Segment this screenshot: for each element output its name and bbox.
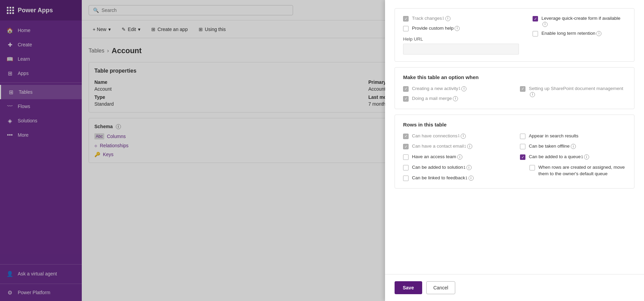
linked-feedback-info[interactable]: i [469, 176, 474, 181]
rows-right-col: Appear in search results Can be taken of… [520, 133, 626, 181]
connections-row: Can have connections 1 i [403, 133, 509, 139]
leverage-quick-create-row: Leverage quick-create form if available … [533, 15, 626, 27]
top-checks-grid: Track changes 1 i Provide cu [403, 15, 626, 55]
added-solution-checkbox[interactable] [403, 165, 409, 170]
appear-search-label: Appear in search results [529, 133, 579, 139]
appear-search-checkbox[interactable] [520, 134, 525, 139]
track-changes-info[interactable]: i [445, 16, 450, 21]
activity-section-title: Make this table an option when [403, 74, 626, 80]
panel: Track changes 1 i Provide cu [385, 0, 644, 301]
enable-long-term-label-wrap: Enable long term retention i [541, 30, 601, 37]
setting-up-sharepoint-label: Setting up SharePoint document managemen… [529, 86, 626, 97]
top-left-col: Track changes 1 i Provide cu [403, 15, 519, 55]
taken-offline-checkbox[interactable] [520, 144, 525, 149]
added-queue-info[interactable]: i [584, 154, 589, 160]
creating-activity-info[interactable]: i [461, 86, 466, 91]
doing-mail-merge-label: Doing a mail merge i [412, 95, 458, 102]
help-url-group: Help URL [403, 36, 519, 55]
track-changes-checkbox[interactable] [403, 16, 409, 21]
taken-offline-row: Can be taken offline i [520, 143, 626, 150]
rows-check-grid: Can have connections 1 i Can have a cont… [403, 133, 626, 181]
doing-mail-merge-row: Doing a mail merge i [403, 95, 509, 102]
creating-new-activity-label: Creating a new activity 1 i [412, 86, 466, 92]
panel-content: Track changes 1 i Provide cu [385, 0, 644, 274]
top-right-col: Leverage quick-create form if available … [533, 15, 626, 55]
added-solution-label: Can be added to solution 1 i [412, 164, 472, 171]
activity-right: Setting up SharePoint document managemen… [520, 86, 626, 102]
contact-email-info[interactable]: i [467, 144, 472, 149]
track-changes-label: Track changes 1 i [412, 15, 450, 22]
owner-default-queue-row: When rows are created or assigned, move … [530, 164, 626, 177]
added-queue-checkbox[interactable] [520, 154, 525, 160]
added-solution-row: Can be added to solution 1 i [403, 164, 509, 171]
contact-email-label: Can have a contact email 1 i [412, 143, 472, 150]
linked-feedback-row: Can be linked to feedback 1 i [403, 175, 509, 181]
provide-custom-help-info[interactable]: i [455, 26, 460, 31]
rows-left-col: Can have connections 1 i Can have a cont… [403, 133, 509, 181]
rows-section: Rows in this table Can have connections … [395, 115, 634, 189]
enable-long-term-info[interactable]: i [596, 31, 601, 36]
leverage-quick-create-checkbox[interactable] [533, 16, 538, 21]
panel-overlay: Track changes 1 i Provide cu [0, 0, 644, 301]
access-team-row: Have an access team i [403, 154, 509, 160]
activity-left: Creating a new activity 1 i Doing a mail… [403, 86, 509, 102]
save-button[interactable]: Save [395, 281, 422, 294]
provide-custom-help-checkbox[interactable] [403, 26, 409, 31]
added-queue-label: Can be added to a queue 1 i [529, 154, 589, 160]
activity-section: Make this table an option when Creating … [395, 67, 634, 109]
connections-label: Can have connections 1 i [412, 133, 466, 139]
track-changes-label-wrap: Track changes 1 i [412, 15, 450, 22]
setting-up-sharepoint-checkbox[interactable] [520, 86, 525, 92]
help-url-input[interactable] [403, 44, 519, 55]
activity-check-grid: Creating a new activity 1 i Doing a mail… [403, 86, 626, 102]
doing-mail-merge-checkbox[interactable] [403, 96, 409, 102]
appear-search-row: Appear in search results [520, 133, 626, 139]
access-team-label: Have an access team i [412, 154, 462, 160]
connections-checkbox[interactable] [403, 134, 409, 139]
leverage-quick-create-label-wrap: Leverage quick-create form if available … [541, 15, 626, 27]
creating-new-activity-checkbox[interactable] [403, 86, 409, 92]
enable-long-term-row: Enable long term retention i [533, 30, 626, 37]
contact-email-checkbox[interactable] [403, 144, 409, 149]
provide-custom-help-label-wrap: Provide custom help i [412, 25, 460, 32]
leverage-quick-create-label: Leverage quick-create form if available … [541, 15, 626, 27]
mail-merge-info[interactable]: i [453, 96, 458, 101]
linked-feedback-checkbox[interactable] [403, 176, 409, 181]
sharepoint-info[interactable]: i [530, 92, 535, 97]
added-queue-row: Can be added to a queue 1 i [520, 154, 626, 160]
connections-info[interactable]: i [461, 134, 466, 139]
owner-default-queue-checkbox[interactable] [530, 165, 535, 170]
creating-new-activity-row: Creating a new activity 1 i [403, 86, 509, 92]
setting-up-sharepoint-row: Setting up SharePoint document managemen… [520, 86, 626, 97]
linked-feedback-label: Can be linked to feedback 1 i [412, 175, 474, 181]
enable-long-term-label: Enable long term retention i [541, 30, 601, 37]
panel-footer: Save Cancel [385, 274, 644, 301]
leverage-quick-create-info[interactable]: i [542, 22, 548, 27]
added-solution-info[interactable]: i [466, 165, 472, 170]
access-team-info[interactable]: i [457, 154, 462, 160]
provide-custom-help-label: Provide custom help i [412, 25, 460, 32]
taken-offline-info[interactable]: i [571, 144, 576, 149]
help-url-label: Help URL [403, 36, 519, 42]
cancel-button[interactable]: Cancel [426, 281, 456, 294]
enable-long-term-checkbox[interactable] [533, 31, 538, 36]
access-team-checkbox[interactable] [403, 154, 409, 160]
track-changes-row: Track changes 1 i [403, 15, 519, 22]
top-checks-section: Track changes 1 i Provide cu [395, 8, 634, 62]
rows-section-title: Rows in this table [403, 122, 626, 127]
owner-default-queue-label: When rows are created or assigned, move … [538, 164, 626, 177]
provide-custom-help-row: Provide custom help i [403, 25, 519, 32]
taken-offline-label: Can be taken offline i [529, 143, 576, 150]
contact-email-row: Can have a contact email 1 i [403, 143, 509, 150]
